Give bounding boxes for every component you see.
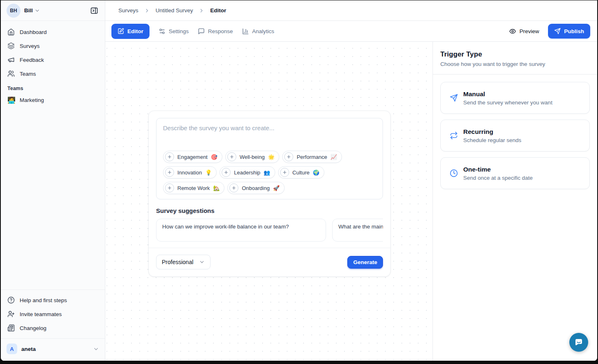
square-pen-icon xyxy=(118,28,124,34)
sidebar-item-teams[interactable]: Teams xyxy=(4,67,102,81)
sidebar-item-dashboard[interactable]: Dashboard xyxy=(4,25,102,39)
main-area: Surveys Untitled Survey Editor Editor xyxy=(105,0,597,361)
chip-label: Onboarding xyxy=(242,185,270,191)
bar-chart-icon xyxy=(242,28,249,35)
tab-editor[interactable]: Editor xyxy=(111,24,150,39)
chip-engagement[interactable]: Engagement 🎯 xyxy=(163,151,222,163)
busts-emoji-icon: 👥 xyxy=(264,170,270,176)
technologist-emoji-icon: 🧑‍💻 xyxy=(7,96,15,104)
plus-icon xyxy=(165,168,174,177)
chip-culture[interactable]: Culture 🌍 xyxy=(278,166,324,179)
panel-right-icon xyxy=(90,7,98,15)
sidebar-item-feedback[interactable]: Feedback xyxy=(4,53,102,67)
publish-button[interactable]: Publish xyxy=(548,24,590,38)
chip-label: Leadership xyxy=(234,170,260,176)
plus-icon xyxy=(222,168,231,177)
generate-label: Generate xyxy=(353,259,377,265)
send-icon xyxy=(450,94,458,102)
house-emoji-icon: 🏡 xyxy=(213,185,220,191)
sidebar-item-label: Invite teammates xyxy=(20,311,62,317)
chevron-down-icon xyxy=(34,8,40,14)
trigger-option-one-time[interactable]: One-time Send once at a specific date xyxy=(440,157,590,189)
sidebar-item-surveys[interactable]: Surveys xyxy=(4,39,102,53)
option-title: Manual xyxy=(463,90,553,98)
trigger-option-recurring[interactable]: Recurring Schedule regular sends xyxy=(440,120,590,151)
preview-button[interactable]: Preview xyxy=(509,28,539,35)
sidebar-item-marketing[interactable]: 🧑‍💻 Marketing xyxy=(4,93,102,107)
megaphone-icon xyxy=(7,56,15,63)
chevron-down-icon xyxy=(199,259,205,265)
window-bottom-edge xyxy=(0,361,598,364)
breadcrumb-untitled-survey[interactable]: Untitled Survey xyxy=(156,7,193,14)
team-name: Marketing xyxy=(20,97,44,103)
send-icon xyxy=(554,28,561,34)
chip-remote-work[interactable]: Remote Work 🏡 xyxy=(163,182,224,194)
dart-emoji-icon: 🎯 xyxy=(211,154,217,160)
plus-icon xyxy=(284,152,293,161)
breadcrumb: Surveys Untitled Survey Editor xyxy=(105,0,597,21)
workspace-switcher[interactable]: BH Bill xyxy=(1,0,105,21)
option-description: Send once at a specific date xyxy=(463,175,533,181)
sidebar-item-changelog[interactable]: Changelog xyxy=(4,321,102,335)
chip-onboarding[interactable]: Onboarding 🚀 xyxy=(227,182,284,194)
plus-icon xyxy=(227,152,236,161)
tab-label: Analytics xyxy=(252,28,274,34)
chart-up-emoji-icon: 📈 xyxy=(331,154,337,160)
trigger-option-manual[interactable]: Manual Send the survey whenever you want xyxy=(440,82,590,114)
plus-icon xyxy=(229,183,238,192)
survey-composer-card: Describe the survey you want to create..… xyxy=(148,111,391,277)
chevron-right-icon xyxy=(144,8,150,14)
generate-button[interactable]: Generate xyxy=(347,256,383,269)
tab-response[interactable]: Response xyxy=(198,28,233,35)
chip-label: Well-being xyxy=(240,154,265,160)
sidebar-nav: Dashboard Surveys Feedback Teams xyxy=(1,21,105,107)
editor-toolbar: Editor Settings Response Analytics xyxy=(105,21,597,42)
chip-performance[interactable]: Performance 📈 xyxy=(282,151,342,163)
trigger-type-panel: Trigger Type Choose how you want to trig… xyxy=(433,42,597,361)
chip-leadership[interactable]: Leadership 👥 xyxy=(220,166,275,179)
breadcrumb-surveys[interactable]: Surveys xyxy=(118,7,138,14)
tab-analytics[interactable]: Analytics xyxy=(242,28,274,35)
collapse-sidebar-button[interactable] xyxy=(88,4,101,17)
chip-label: Culture xyxy=(292,170,310,176)
avatar: BH xyxy=(7,4,20,18)
preview-label: Preview xyxy=(519,28,539,34)
avatar-initials: BH xyxy=(10,8,17,14)
chat-launcher-button[interactable] xyxy=(569,333,588,352)
sidebar-item-label: Teams xyxy=(20,71,36,77)
sidebar-item-label: Feedback xyxy=(20,57,44,63)
message-square-icon xyxy=(198,28,205,35)
survey-description-input[interactable]: Describe the survey you want to create..… xyxy=(156,118,383,199)
chip-well-being[interactable]: Well-being 🌟 xyxy=(225,151,279,163)
sidebar-item-label: Surveys xyxy=(20,43,40,49)
sidebar-item-invite-teammates[interactable]: Invite teammates xyxy=(4,307,102,321)
suggestion-card[interactable]: What are the main ob xyxy=(332,219,383,242)
clock-icon xyxy=(450,169,458,177)
tab-settings[interactable]: Settings xyxy=(159,28,189,35)
teams-section-label: Teams xyxy=(4,86,102,91)
sidebar-item-help[interactable]: Help and first steps xyxy=(4,293,102,307)
bulb-emoji-icon: 💡 xyxy=(205,170,212,176)
panel-title: Trigger Type xyxy=(440,50,590,59)
user-plus-icon xyxy=(7,310,15,318)
sidebar-item-label: Help and first steps xyxy=(20,297,67,303)
layers-icon xyxy=(7,42,15,50)
editor-canvas[interactable]: Describe the survey you want to create..… xyxy=(105,42,433,361)
input-placeholder: Describe the survey you want to create..… xyxy=(163,124,376,131)
breadcrumb-editor: Editor xyxy=(210,7,226,14)
option-description: Schedule regular sends xyxy=(463,137,521,143)
option-title: Recurring xyxy=(463,128,521,136)
app-window: BH Bill Dashboard Surv xyxy=(1,0,597,361)
rocket-emoji-icon: 🚀 xyxy=(273,185,279,191)
account-menu[interactable]: A aneta xyxy=(1,339,105,361)
repeat-icon xyxy=(450,131,458,140)
tone-select[interactable]: Professional xyxy=(156,255,211,269)
workspace-name: Bill xyxy=(24,7,33,14)
chip-innovation[interactable]: Innovation 💡 xyxy=(163,166,217,179)
publish-label: Publish xyxy=(564,28,584,34)
sliders-icon xyxy=(159,28,165,35)
suggestion-card[interactable]: How can we improve work-life balance in … xyxy=(156,219,326,242)
chip-label: Performance xyxy=(297,154,327,160)
tab-label: Editor xyxy=(127,28,143,34)
suggestions-row: How can we improve work-life balance in … xyxy=(156,219,383,242)
